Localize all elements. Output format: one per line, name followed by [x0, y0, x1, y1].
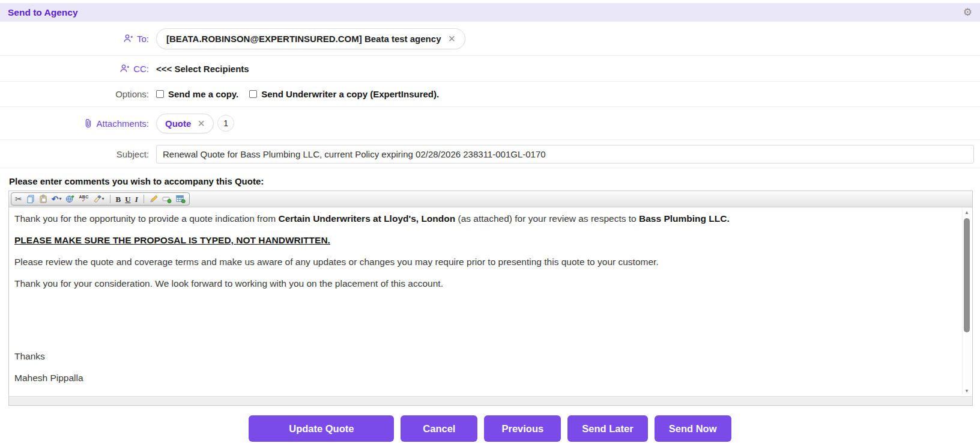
toolbar-separator — [144, 195, 144, 203]
panel-header: Send to Agency ⚙ — [0, 3, 980, 22]
editor-footer-bar — [9, 396, 972, 405]
attachment-count-badge: 1 — [217, 115, 234, 132]
subject-label: Subject: — [116, 149, 149, 159]
editor-paragraph-4: Thank you for your consideration. We loo… — [14, 278, 957, 290]
send-later-button[interactable]: Send Later — [567, 415, 647, 442]
send-me-copy-option: Send me a copy. — [156, 89, 238, 99]
cc-row: CC: <<< Select Recipients — [0, 56, 980, 82]
options-label: Options: — [115, 89, 149, 99]
scrollbar-track[interactable] — [963, 216, 971, 387]
editor-scrollbar[interactable]: ▲ ▼ — [962, 209, 971, 395]
editor-toolbar: ✂ ↶▾ ABC ✓ ▾ B U I — [9, 191, 972, 207]
options-content: Send me a copy. Send Underwriter a copy … — [156, 89, 980, 99]
update-quote-button[interactable]: Update Quote — [249, 415, 394, 442]
subject-row: Subject: — [0, 140, 980, 168]
send-me-copy-label: Send me a copy. — [168, 89, 238, 99]
remove-attachment-icon[interactable]: × — [198, 119, 205, 127]
undo-icon[interactable]: ↶▾ — [52, 195, 62, 203]
to-label-group: To: — [0, 34, 149, 44]
to-row: To: [BEATA.ROBINSON@EXPERTINSURED.COM] B… — [0, 22, 980, 56]
person-add-icon — [119, 64, 130, 73]
underline-icon[interactable]: U — [125, 195, 130, 203]
attachments-row: Attachments: Quote × 1 — [0, 107, 980, 140]
editor-body[interactable]: Thank you for the opportunity to provide… — [9, 207, 972, 396]
attachments-label-group: Attachments: — [0, 118, 149, 129]
attachments-label: Attachments: — [96, 118, 149, 129]
options-row: Options: Send me a copy. Send Underwrite… — [0, 82, 980, 107]
cc-content: <<< Select Recipients — [156, 64, 980, 74]
paperclip-icon — [84, 118, 92, 128]
scroll-down-icon[interactable]: ▼ — [964, 387, 969, 395]
editor-paragraph-2: PLEASE MAKE SURE THE PROPOSAL IS TYPED, … — [14, 234, 957, 247]
cut-icon[interactable]: ✂ — [15, 195, 22, 203]
scroll-up-icon[interactable]: ▲ — [964, 209, 969, 216]
pencil-icon[interactable] — [150, 195, 158, 203]
comments-prompt: Please enter comments you wish to accomp… — [9, 176, 972, 186]
paste-icon[interactable] — [39, 195, 47, 203]
subject-label-group: Subject: — [0, 149, 149, 159]
remove-recipient-icon[interactable]: × — [448, 34, 455, 43]
attachment-chip[interactable]: Quote × — [156, 114, 214, 133]
send-underwriter-copy-label: Send Underwriter a copy (ExpertInsured). — [261, 89, 439, 99]
editor-toolbar-group: ✂ ↶▾ ABC ✓ ▾ B U I — [11, 192, 190, 206]
action-button-row: Update Quote Cancel Previous Send Later … — [0, 415, 980, 442]
cc-label-group: CC: — [0, 64, 149, 74]
page-title: Send to Agency — [8, 7, 78, 18]
select-recipients-link[interactable]: <<< Select Recipients — [156, 64, 249, 74]
comments-editor: ✂ ↶▾ ABC ✓ ▾ B U I — [8, 191, 973, 406]
editor-signoff: Thanks — [14, 350, 957, 363]
insert-table-icon[interactable] — [176, 195, 186, 203]
to-label: To: — [137, 34, 149, 44]
subject-content — [156, 145, 980, 163]
send-underwriter-copy-checkbox[interactable] — [249, 90, 257, 98]
editor-paragraph-3: Please review the quote and coverage ter… — [14, 256, 957, 269]
italic-icon[interactable]: I — [135, 195, 138, 203]
attachment-chip-text: Quote — [165, 118, 191, 129]
editor-paragraph-1: Thank you for the opportunity to provide… — [14, 213, 957, 225]
copy-icon[interactable] — [26, 195, 35, 203]
format-painter-icon[interactable]: ▾ — [93, 195, 104, 203]
send-now-button[interactable]: Send Now — [655, 415, 731, 442]
spell-check-icon[interactable]: ABC ✓ — [79, 195, 88, 203]
to-content: [BEATA.ROBINSON@EXPERTINSURED.COM] Beata… — [156, 28, 980, 49]
person-add-icon — [123, 34, 133, 43]
toolbar-separator — [110, 195, 110, 203]
cancel-button[interactable]: Cancel — [401, 415, 477, 442]
insert-field-icon[interactable] — [162, 195, 172, 203]
attachments-content: Quote × 1 — [156, 114, 980, 133]
previous-button[interactable]: Previous — [484, 415, 561, 442]
options-label-group: Options: — [0, 89, 149, 99]
insert-link-icon[interactable] — [65, 195, 74, 203]
cc-label: CC: — [133, 64, 149, 74]
subject-input[interactable] — [156, 145, 974, 163]
bold-icon[interactable]: B — [116, 195, 121, 203]
recipient-chip[interactable]: [BEATA.ROBINSON@EXPERTINSURED.COM] Beata… — [156, 28, 465, 49]
scrollbar-thumb[interactable] — [964, 218, 970, 332]
editor-blank-space — [14, 299, 957, 341]
send-underwriter-copy-option: Send Underwriter a copy (ExpertInsured). — [249, 89, 439, 99]
send-me-copy-checkbox[interactable] — [156, 90, 164, 98]
settings-gear-icon[interactable]: ⚙ — [963, 7, 972, 17]
recipient-chip-text: [BEATA.ROBINSON@EXPERTINSURED.COM] Beata… — [166, 34, 441, 44]
editor-signature: Mahesh Pippalla — [14, 372, 957, 385]
